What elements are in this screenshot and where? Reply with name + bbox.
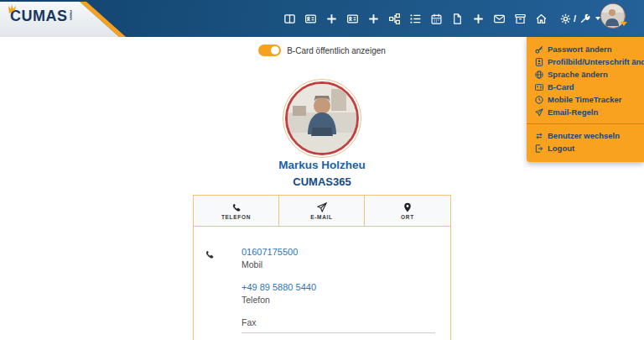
gear-icon [559, 13, 571, 24]
menu-item-label: Benutzer wechseln [548, 132, 620, 140]
phone-icon [231, 202, 242, 212]
tab-label: ORT [401, 214, 414, 220]
menu-item-mobile-timetracker[interactable]: Mobile TimeTracker [527, 93, 644, 106]
portrait-icon [535, 58, 543, 66]
file-icon[interactable] [451, 13, 463, 24]
home-icon[interactable] [535, 13, 547, 24]
key-icon [535, 45, 543, 54]
menu-item-label: Email-Regeln [548, 108, 598, 117]
tools-separator: / [574, 13, 576, 24]
phone-section-row: 01607175500 Mobil +49 89 5880 5440 Telef… [194, 247, 450, 333]
menu-item-label: Sprache ändern [548, 71, 608, 79]
bcard-public-toggle[interactable] [258, 44, 281, 56]
menu-item-benutzer-wechseln[interactable]: Benutzer wechseln [527, 129, 644, 142]
menu-item-passwort-aendern[interactable]: Passwort ändern [527, 43, 644, 55]
fax-label: Fax [242, 317, 435, 327]
bcard-panel: TELEFON E-MAIL ORT 01607175500 Mobil +49… [193, 195, 451, 340]
plus-icon[interactable] [367, 13, 379, 24]
settings-dropdown[interactable]: / [559, 13, 600, 24]
profile-photo[interactable] [285, 81, 359, 155]
menu-item-profilbild[interactable]: Profilbild/Unterschrift ändern [527, 55, 644, 68]
fax-underline [242, 332, 435, 333]
marker-icon [402, 202, 413, 212]
globe-icon [535, 71, 543, 79]
bcard-public-toggle-label: B-Card öffentlich anzeigen [287, 46, 386, 55]
top-navbar: CUMAS 365 [0, 0, 644, 37]
tab-ort[interactable]: ORT [365, 196, 450, 226]
phone-label: Telefon [242, 295, 435, 305]
columns-icon[interactable] [283, 13, 295, 24]
sitemap-icon[interactable] [388, 13, 400, 24]
clock-icon [535, 96, 543, 104]
menu-item-sprache[interactable]: Sprache ändern [527, 68, 644, 81]
tab-label: E-MAIL [310, 214, 333, 220]
user-dropdown-menu: Passwort ändern Profilbild/Unterschrift … [527, 37, 644, 162]
tab-telefon[interactable]: TELEFON [194, 196, 279, 226]
address-card-icon[interactable] [304, 13, 316, 24]
list-icon[interactable] [409, 13, 421, 24]
archive-icon[interactable] [514, 13, 526, 24]
phone-icon [205, 248, 216, 263]
mobile-number-link[interactable]: 01607175500 [242, 247, 435, 257]
plus-icon[interactable] [325, 13, 337, 24]
tab-email[interactable]: E-MAIL [279, 196, 365, 226]
bcard-body: 01607175500 Mobil +49 89 5880 5440 Telef… [193, 227, 451, 340]
menu-item-logout[interactable]: Logout [527, 142, 644, 154]
mobile-label: Mobil [242, 259, 435, 269]
phone-entries: 01607175500 Mobil +49 89 5880 5440 Telef… [242, 247, 435, 333]
tab-label: TELEFON [221, 214, 251, 220]
menu-item-label: Passwort ändern [548, 45, 612, 54]
wrench-icon [579, 13, 590, 24]
menu-item-label: Profilbild/Unterschrift ändern [548, 58, 644, 66]
exchange-icon [535, 132, 543, 140]
bcard-tabs: TELEFON E-MAIL ORT [193, 195, 451, 227]
plus-icon[interactable] [472, 13, 484, 24]
brand-suffix: 365 [69, 10, 73, 23]
menu-item-label: B-Card [548, 83, 574, 92]
brand-glyph-icon [8, 3, 20, 18]
address-card-icon[interactable] [346, 13, 358, 24]
menu-item-bcard[interactable]: B-Card [527, 81, 644, 93]
menu-separator [527, 123, 644, 124]
profile-company: CUMAS365 [0, 175, 644, 188]
menu-item-label: Logout [548, 144, 574, 153]
menu-item-label: Mobile TimeTracker [548, 96, 622, 104]
envelope-icon[interactable] [493, 13, 505, 24]
calendar-icon[interactable] [430, 13, 442, 24]
paper-plane-icon [535, 108, 543, 117]
menu-item-email-regeln[interactable]: Email-Regeln [527, 106, 644, 118]
address-card-icon [535, 83, 543, 92]
paper-plane-icon [317, 202, 327, 212]
avatar-caret-icon[interactable] [621, 22, 627, 26]
logout-icon [535, 144, 543, 153]
navbar-icon-bar: / [283, 0, 600, 37]
phone-number-link[interactable]: +49 89 5880 5440 [242, 282, 435, 292]
